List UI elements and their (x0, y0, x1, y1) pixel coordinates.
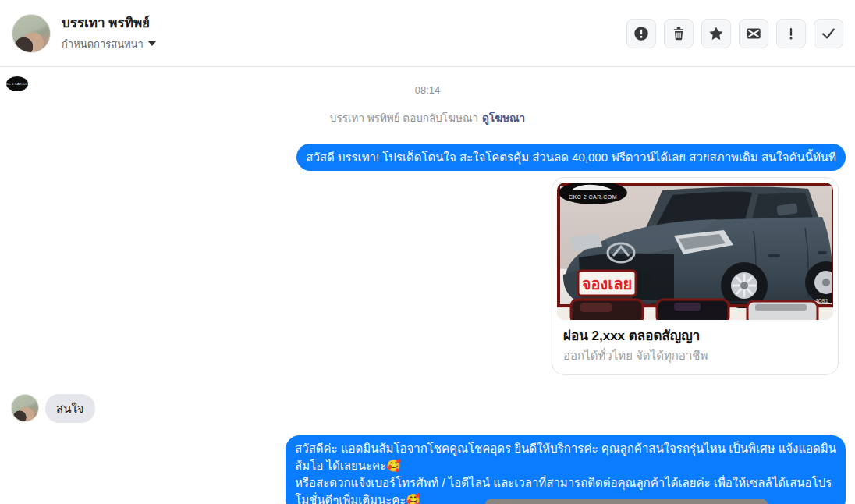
contact-avatar-small[interactable] (11, 394, 39, 422)
star-icon (708, 25, 725, 42)
schedule-conversation-label: กำหนดการสนทนา (62, 36, 144, 52)
delete-button[interactable] (664, 19, 694, 48)
svg-text:จองเลย: จองเลย (582, 275, 632, 293)
conversation-header: บรรเทา พรทิพย์ กำหนดการสนทนา (0, 0, 855, 67)
report-button[interactable] (626, 19, 656, 48)
message-thread: CKC 2 CAR.COM 08:14 บรรเทา พรทิพย์ ตอบกล… (0, 67, 855, 504)
message-row: สนใจ (9, 394, 846, 423)
next-message-partial-image (485, 499, 768, 504)
message-row: สวัสดี บรรเทา! โปรเด็ดโดนใจ สะใจโคตรคุ้ม… (9, 144, 846, 171)
contact-name[interactable]: บรรเทา พรทิพย์ (62, 15, 156, 32)
timestamp: 08:14 (9, 67, 846, 96)
booked-sign: จองเลย (578, 271, 636, 302)
car-photo: จองเลย CKC 2 CAR.COM J081 (557, 183, 833, 320)
mark-done-button[interactable] (814, 19, 843, 48)
ad-card-subtitle: ออกได้ทั่วไทย จัดได้ทุกอาชีพ (563, 346, 827, 365)
message-row: สวัสดีค่ะ แอดมินส้มโอจากโชคคูณโชคอุดร ยิ… (9, 435, 846, 504)
follow-up-button[interactable] (701, 19, 731, 48)
page-logo-avatar: CKC 2 CAR.COM (6, 76, 28, 91)
exclamation-icon (783, 26, 799, 41)
exclamation-circle-icon (633, 25, 650, 42)
header-actions (626, 19, 843, 48)
check-icon (820, 25, 837, 42)
envelope-x-icon (745, 25, 762, 42)
svg-text:CKC 2 CAR.COM: CKC 2 CAR.COM (569, 194, 617, 200)
next-message-partial-bubble (771, 499, 835, 504)
contact-avatar[interactable] (12, 14, 51, 53)
admin-message-bubble: สวัสดีค่ะ แอดมินส้มโอจากโชคคูณโชคอุดร ยิ… (286, 435, 846, 504)
trash-icon (671, 26, 686, 41)
page-logo-text: CKC 2 CAR.COM (6, 82, 28, 86)
promo-message-bubble: สวัสดี บรรเทา! โปรเด็ดโดนใจ สะใจโคตรคุ้ม… (296, 144, 846, 171)
mark-unread-button[interactable] (739, 19, 768, 48)
view-ad-link[interactable]: ดูโฆษณา (482, 112, 525, 124)
schedule-conversation-dropdown[interactable]: กำหนดการสนทนา (62, 36, 156, 52)
ad-reply-status-text: บรรเทา พรทิพย์ ตอบกลับโฆษณา (330, 112, 478, 124)
message-row: จองเลย CKC 2 CAR.COM J081 (9, 177, 846, 375)
chevron-down-icon (148, 41, 156, 46)
ad-attachment-card[interactable]: จองเลย CKC 2 CAR.COM J081 (552, 177, 839, 375)
customer-message-bubble: สนใจ (45, 394, 95, 423)
ad-reply-status: บรรเทา พรทิพย์ ตอบกลับโฆษณาดูโฆษณา (9, 109, 846, 126)
mark-spam-button[interactable] (776, 19, 806, 48)
ad-card-title: ผ่อน 2,xxx ตลอดสัญญา (563, 326, 827, 346)
